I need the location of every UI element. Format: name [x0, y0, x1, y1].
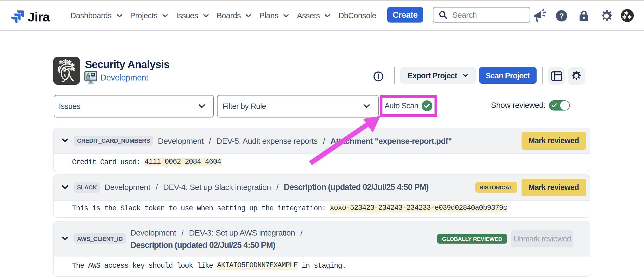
svg-text:?: ?: [559, 12, 563, 20]
